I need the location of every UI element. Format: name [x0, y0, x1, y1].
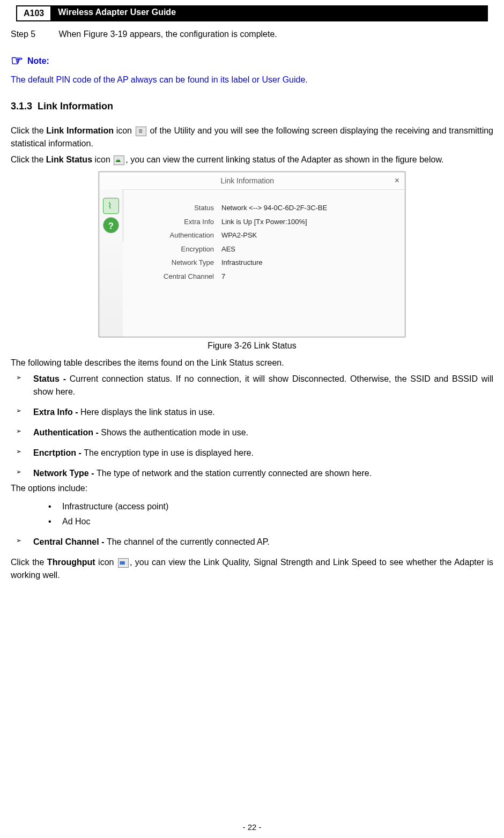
section-number: 3.1.3: [11, 101, 32, 112]
row-label: Extra Info: [134, 217, 221, 227]
note-header: ☞ Note:: [11, 50, 493, 71]
help-icon[interactable]: [103, 217, 119, 233]
intro-2: The following table describes the items …: [11, 357, 493, 369]
chevron-right-icon: ➢: [11, 447, 27, 459]
bullet-list: ➢ Status - Current connection status. If…: [11, 373, 493, 480]
step-text: When Figure 3-19 appears, the configurat…: [58, 29, 277, 39]
paragraph-3: Click the Throughput icon , you can view…: [11, 556, 493, 582]
network-type-row: Network Type Infrastructure: [134, 257, 394, 268]
row-value: Network <--> 94-0C-6D-2F-3C-BE: [221, 203, 327, 213]
row-value: AES: [221, 244, 235, 255]
row-value: Link is Up [Tx Power:100%]: [221, 217, 307, 227]
step-line: Step 5 When Figure 3-19 appears, the con…: [11, 28, 493, 41]
status-row: Status Network <--> 94-0C-6D-2F-3C-BE: [134, 203, 394, 213]
note-label: Note:: [27, 55, 49, 68]
link-status-icon: [114, 155, 124, 165]
row-value: 7: [221, 271, 225, 282]
window-title: Link Information: [102, 175, 392, 187]
subsection-title: 3.1.3 Link Information: [11, 99, 493, 114]
chevron-right-icon: ➢: [11, 426, 27, 439]
window-titlebar: Link Information ×: [99, 172, 405, 189]
row-label: Network Type: [134, 257, 221, 268]
row-value: Infrastructure: [221, 257, 263, 268]
row-label: Encryption: [134, 244, 221, 255]
options-include: The options include:: [11, 482, 493, 495]
list-item: ➢ Authentication - Shows the authenticat…: [11, 426, 493, 439]
list-item: ➢ Extra Info - Here displays the link st…: [11, 406, 493, 419]
page-header: A103 Wireless Adapter User Guide: [16, 5, 488, 21]
chevron-right-icon: ➢: [11, 467, 27, 480]
paragraph-2: Click the Link Status icon , you can vie…: [11, 153, 493, 166]
throughput-icon: [118, 558, 129, 568]
row-label: Authentication: [134, 230, 221, 241]
list-item: ➢ Network Type - The type of network and…: [11, 467, 493, 480]
list-item: ➢ Encrtption - The encryption type in us…: [11, 447, 493, 459]
note-body: The default PIN code of the AP always ca…: [11, 73, 493, 86]
sub-list-item: • Infrastructure (access point): [48, 500, 493, 513]
window-sidebar: [99, 189, 123, 242]
row-label: Status: [134, 203, 221, 213]
bullet-icon: •: [48, 515, 62, 528]
link-information-window: Link Information × Status Network <--> 9…: [99, 172, 405, 337]
product-code: A103: [16, 5, 51, 21]
window-main: Status Network <--> 94-0C-6D-2F-3C-BE Ex…: [123, 189, 405, 337]
step-label: Step 5: [11, 28, 56, 41]
guide-title: Wireless Adapter User Guide: [51, 5, 488, 21]
row-value: WPA2-PSK: [221, 230, 257, 241]
pointing-hand-icon: ☞: [11, 50, 23, 71]
chevron-right-icon: ➢: [11, 406, 27, 419]
link-information-icon: [136, 127, 146, 136]
sub-list: • Infrastructure (access point) • Ad Hoc: [11, 500, 493, 528]
authentication-row: Authentication WPA2-PSK: [134, 230, 394, 241]
bullet-icon: •: [48, 500, 62, 513]
sub-list-item: • Ad Hoc: [48, 515, 493, 528]
row-label: Central Channel: [134, 271, 221, 282]
bullet-list-2: ➢ Central Channel - The channel of the c…: [11, 536, 493, 548]
paragraph-1: Click the Link Information icon of the U…: [11, 124, 493, 150]
extra-info-row: Extra Info Link is Up [Tx Power:100%]: [134, 217, 394, 227]
figure-caption: Figure 3-26 Link Status: [11, 339, 493, 352]
list-item: ➢ Status - Current connection status. If…: [11, 373, 493, 398]
page-number: - 22 -: [0, 822, 504, 832]
wifi-signal-icon[interactable]: [103, 198, 119, 214]
close-icon[interactable]: ×: [392, 174, 402, 187]
central-channel-row: Central Channel 7: [134, 271, 394, 282]
chevron-right-icon: ➢: [11, 536, 27, 548]
chevron-right-icon: ➢: [11, 373, 27, 398]
section-name: Link Information: [38, 101, 113, 112]
encryption-row: Encryption AES: [134, 244, 394, 255]
list-item: ➢ Central Channel - The channel of the c…: [11, 536, 493, 548]
